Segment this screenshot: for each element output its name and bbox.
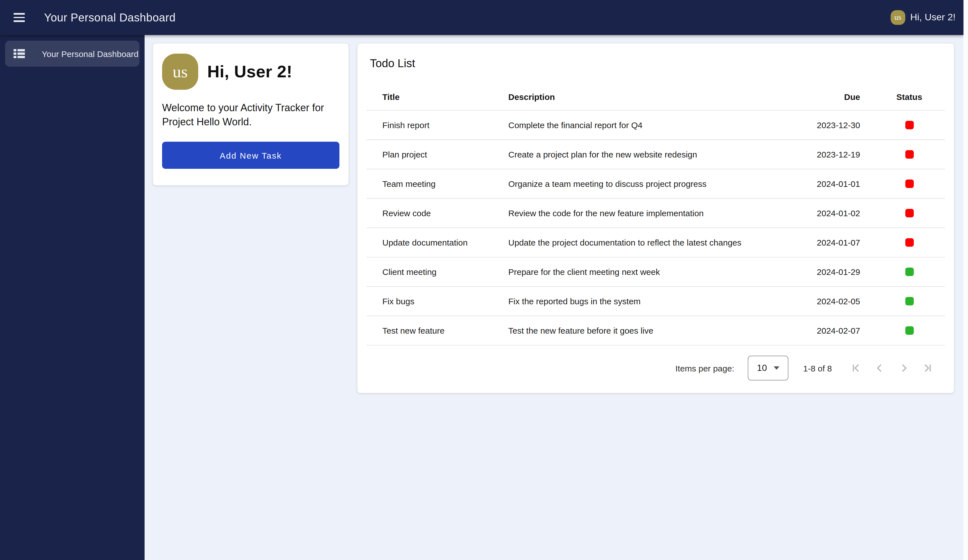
last-page-icon[interactable] xyxy=(915,356,939,380)
column-header-title: Title xyxy=(366,92,508,102)
scrollbar-track[interactable] xyxy=(963,0,968,560)
todo-title-cell: Finish report xyxy=(366,120,508,130)
todo-title-cell: Review code xyxy=(366,208,508,218)
todo-due-cell: 2024-01-01 xyxy=(789,179,874,189)
dropdown-arrow-icon xyxy=(774,366,779,370)
todo-title-cell: Client meeting xyxy=(366,267,508,277)
topbar-greeting: Hi, User 2! xyxy=(910,12,956,23)
status-indicator xyxy=(905,121,913,129)
todo-description-cell: Update the project documentation to refl… xyxy=(508,238,789,247)
todo-description-cell: Complete the financial report for Q4 xyxy=(508,120,789,130)
table-row: Finish report Complete the financial rep… xyxy=(366,111,945,140)
first-page-icon[interactable] xyxy=(844,356,868,380)
items-per-page-label: Items per page: xyxy=(675,363,734,373)
welcome-card: us Hi, User 2! Welcome to your Activity … xyxy=(152,43,349,186)
table-row: Update documentation Update the project … xyxy=(366,228,945,257)
paginator-range-label: 1-8 of 8 xyxy=(803,363,832,373)
todo-due-cell: 2024-02-05 xyxy=(789,297,874,306)
todo-due-cell: 2024-02-07 xyxy=(789,326,874,335)
status-indicator xyxy=(905,150,913,159)
todo-title-cell: Fix bugs xyxy=(366,297,508,306)
todo-title-cell: Update documentation xyxy=(366,238,508,247)
add-new-task-button[interactable]: Add New Task xyxy=(162,142,340,169)
todo-title-cell: Team meeting xyxy=(366,179,508,189)
next-page-icon[interactable] xyxy=(892,356,915,380)
status-indicator xyxy=(905,297,913,305)
page-size-select[interactable]: 10 xyxy=(748,356,788,381)
welcome-message: Welcome to your Activity Tracker for Pro… xyxy=(162,101,329,129)
todo-description-cell: Test the new feature before it goes live xyxy=(508,326,789,335)
table-row: Plan project Create a project plan for t… xyxy=(366,140,945,169)
table-header-row: Title Description Due Status xyxy=(366,84,945,111)
page-title: Your Personal Dashboard xyxy=(44,11,176,24)
todo-description-cell: Review the code for the new feature impl… xyxy=(508,208,789,218)
welcome-header: us Hi, User 2! xyxy=(162,54,340,90)
status-indicator xyxy=(905,209,913,217)
table-row: Client meeting Prepare for the client me… xyxy=(366,257,945,287)
page-size-value: 10 xyxy=(757,363,767,373)
todo-description-cell: Organize a team meeting to discuss proje… xyxy=(508,179,789,189)
todo-due-cell: 2024-01-07 xyxy=(789,238,874,247)
todo-description-cell: Prepare for the client meeting next week xyxy=(508,267,789,277)
sidebar: Your Personal Dashboard xyxy=(0,35,144,560)
table-row: Team meeting Organize a team meeting to … xyxy=(366,169,945,199)
sidebar-item-label: Your Personal Dashboard xyxy=(42,49,138,58)
menu-icon[interactable] xyxy=(13,10,29,25)
column-header-status: Status xyxy=(874,92,945,102)
todo-list-card: Todo List Title Description Due Status F… xyxy=(357,43,955,393)
table-row: Fix bugs Fix the reported bugs in the sy… xyxy=(366,287,945,316)
list-icon xyxy=(13,48,25,59)
todo-title-cell: Test new feature xyxy=(366,326,508,335)
dashboard-page: Your Personal Dashboard us Hi, User 2! Y… xyxy=(0,0,968,560)
topbar: Your Personal Dashboard us Hi, User 2! xyxy=(0,0,963,35)
column-header-due: Due xyxy=(789,92,874,102)
content-area: us Hi, User 2! Welcome to your Activity … xyxy=(144,35,963,560)
status-indicator xyxy=(905,179,913,188)
todo-description-cell: Create a project plan for the new websit… xyxy=(508,149,789,159)
todo-description-cell: Fix the reported bugs in the system xyxy=(508,297,789,306)
todo-list-title: Todo List xyxy=(370,57,945,70)
paginator: Items per page: 10 1-8 of 8 xyxy=(366,352,945,384)
todo-due-cell: 2023-12-19 xyxy=(789,149,874,159)
todo-due-cell: 2023-12-30 xyxy=(789,120,874,130)
table-row: Test new feature Test the new feature be… xyxy=(366,316,945,345)
todo-due-cell: 2024-01-02 xyxy=(789,208,874,218)
user-avatar: us xyxy=(890,10,905,25)
welcome-greeting: Hi, User 2! xyxy=(207,62,292,81)
status-indicator xyxy=(905,238,913,247)
column-header-description: Description xyxy=(508,92,789,102)
user-avatar-large: us xyxy=(162,54,198,90)
table-row: Review code Review the code for the new … xyxy=(366,199,945,228)
sidebar-item-dashboard[interactable]: Your Personal Dashboard xyxy=(5,41,139,66)
todo-due-cell: 2024-01-29 xyxy=(789,267,874,277)
todo-title-cell: Plan project xyxy=(366,149,508,159)
status-indicator xyxy=(905,326,913,335)
topbar-user-area: us Hi, User 2! xyxy=(890,10,956,25)
previous-page-icon[interactable] xyxy=(868,356,892,380)
status-indicator xyxy=(905,268,913,276)
